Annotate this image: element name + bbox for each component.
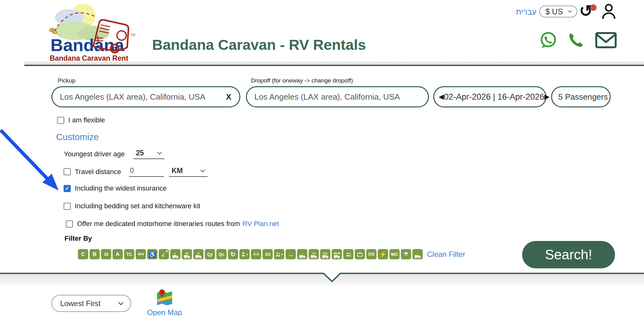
search-button[interactable]: Search! xyxy=(522,241,615,268)
driver-age-value: 25 xyxy=(136,149,144,157)
seats-2-plus-2-icon[interactable]: 2+2 xyxy=(251,249,261,259)
header-divider xyxy=(24,61,644,66)
rv-size-medium-icon[interactable]: M xyxy=(182,249,192,259)
currency-select[interactable]: $ US xyxy=(539,6,577,17)
page: Bandana TM Bandana Caravan Rent Bandana … xyxy=(0,0,644,316)
date-range-value: 02-Apr-2026 | 16-Apr-2026 xyxy=(444,92,544,102)
whatsapp-icon xyxy=(539,31,557,49)
travel-distance-checkbox[interactable]: ✓ xyxy=(64,168,71,175)
contact-icons xyxy=(539,31,620,50)
bunk-bed-icon[interactable] xyxy=(366,249,377,259)
bedding-row: ✓ Including bedding set and kitchenware … xyxy=(64,202,200,210)
chevron-down-icon xyxy=(118,302,124,305)
account-button[interactable] xyxy=(601,3,617,19)
insurance-checkbox[interactable]: ✓ xyxy=(64,185,71,192)
flexible-label: I am flexible xyxy=(68,116,105,124)
rv-size-small-icon[interactable]: S xyxy=(193,249,204,259)
chevron-down-icon xyxy=(157,152,162,155)
passengers-select[interactable]: 5 Passengers xyxy=(551,86,611,107)
bedding-checkbox[interactable]: ✓ xyxy=(64,203,71,210)
tv-icon[interactable] xyxy=(355,249,365,259)
dropoff-label: Dropoff (for oneway -> change dropoff) xyxy=(251,77,353,84)
quality-c-icon[interactable]: Qc xyxy=(216,249,227,259)
rotate-icon[interactable]: ↻ xyxy=(228,249,238,259)
truck-camper-icon[interactable]: TC xyxy=(124,249,134,259)
dropoff-value: Los Angeles (LAX area), California, USA xyxy=(254,92,400,102)
quality-y-icon[interactable]: Qy xyxy=(205,249,215,259)
two-travelers-icon[interactable] xyxy=(343,249,353,259)
distance-unit-value: KM xyxy=(171,167,183,175)
filter-by-label: Filter By xyxy=(65,234,92,243)
sort-value: Lowest First xyxy=(60,299,100,308)
rv-size-large-icon[interactable]: L xyxy=(170,249,180,259)
customize-link[interactable]: Customize xyxy=(56,132,99,142)
class-b-icon[interactable]: B xyxy=(89,249,100,259)
driver-age-label: Youngest driver age xyxy=(64,150,125,158)
class-a-icon[interactable]: A xyxy=(113,249,123,259)
whatsapp-button[interactable] xyxy=(539,31,557,50)
travel-distance-input[interactable]: 0 xyxy=(129,167,164,177)
times-3-icon[interactable]: X3 xyxy=(262,249,273,259)
clean-filter-link[interactable]: Clean Filter xyxy=(427,250,465,259)
wc-icon[interactable]: WC xyxy=(389,249,400,259)
insurance-label: Including the widest insurance xyxy=(75,184,167,192)
rv-pickup-icon[interactable]: ↓ xyxy=(412,249,423,259)
dropoff-input[interactable]: Los Angeles (LAX area), California, USA xyxy=(246,86,429,107)
history-icon: ↺ xyxy=(579,2,593,20)
chevron-down-icon xyxy=(568,10,572,13)
date-next-icon[interactable]: ▶ xyxy=(544,93,550,100)
notification-dot xyxy=(590,4,597,11)
sort-select[interactable]: Lowest First xyxy=(51,295,131,312)
distance-unit-select[interactable]: KM xyxy=(169,167,208,177)
driver-plus-icon[interactable]: + xyxy=(239,249,250,259)
currency-value: $ US xyxy=(545,7,563,16)
power-icon[interactable]: ⚡ xyxy=(378,249,388,259)
family-plus-icon[interactable]: + xyxy=(274,249,284,259)
page-title: Bandana Caravan - RV Rentals xyxy=(152,36,366,53)
chevron-down-icon xyxy=(200,169,205,172)
logo-illustration: Bandana TM xyxy=(43,1,135,54)
wheelchair-accessible-icon[interactable]: ♿ xyxy=(147,249,157,259)
insurance-row: ✓ Including the widest insurance xyxy=(64,184,167,192)
clear-pickup-icon[interactable]: X xyxy=(226,92,231,102)
bedding-label: Including bedding set and kitchenware ki… xyxy=(75,202,200,210)
open-map-label: Open Map xyxy=(147,308,182,316)
language-link[interactable]: עברית xyxy=(516,7,536,17)
driver-age-select[interactable]: 25 xyxy=(133,149,165,159)
pickup-value: Los Angeles (LAX area), California, USA xyxy=(60,92,205,102)
open-map-button[interactable]: Open Map xyxy=(144,289,185,316)
history-button[interactable]: ↺ xyxy=(579,2,596,20)
itineraries-checkbox[interactable]: ✓ xyxy=(66,220,73,228)
semi-integrated-icon[interactable]: SI xyxy=(101,249,111,259)
class-c-icon[interactable]: C xyxy=(78,249,88,259)
user-icon xyxy=(601,3,617,19)
four-by-four-icon[interactable]: 4X4 xyxy=(136,249,146,259)
map-icon xyxy=(156,289,173,307)
date-prev-icon[interactable]: ◀ xyxy=(439,93,444,100)
berths-plus-4-icon[interactable]: +4 xyxy=(309,249,319,259)
site-logo[interactable]: Bandana TM Bandana Caravan Rent xyxy=(43,1,135,64)
email-button[interactable] xyxy=(595,31,617,50)
pickup-input[interactable]: Los Angeles (LAX area), California, USA … xyxy=(51,86,240,107)
rv-plan-link[interactable]: RV Plan.net xyxy=(243,220,279,228)
new-vehicle-icon[interactable]: NEW xyxy=(332,249,342,259)
logo-tm: TM xyxy=(130,33,135,37)
itineraries-row: ✓ Offer me dedicated motorhome itinerari… xyxy=(66,220,279,228)
itineraries-label: Offer me dedicated motorhome itineraries… xyxy=(77,220,240,228)
filter-icon-row: CBSIATC4X4♿ALMSQyQc↻+2+2X3+↔→+40-3NEW⚡WC… xyxy=(78,249,423,259)
bed-width-icon[interactable]: ↔ xyxy=(286,249,296,259)
travel-distance-row: ✓ Travel distance 0 KM xyxy=(64,167,208,177)
check-icon: ✓ xyxy=(65,186,69,191)
flexible-row: ✓ I am flexible xyxy=(57,116,105,124)
travel-distance-label: Travel distance xyxy=(75,168,121,176)
flexible-checkbox[interactable]: ✓ xyxy=(57,117,64,124)
ages-0-3-icon[interactable]: 0-3 xyxy=(320,249,330,259)
shower-icon[interactable] xyxy=(401,249,411,259)
phone-button[interactable] xyxy=(567,31,585,50)
passengers-value: 5 Passengers xyxy=(558,92,608,102)
one-way-icon[interactable]: → xyxy=(297,249,307,259)
driver-age-row: Youngest driver age 25 xyxy=(64,149,165,159)
date-range-picker[interactable]: ◀ 02-Apr-2026 | 16-Apr-2026 ▶ xyxy=(433,86,546,107)
filter-bar: CBSIATC4X4♿ALMSQyQc↻+2+2X3+↔→+40-3NEW⚡WC… xyxy=(78,249,465,259)
automatic-transmission-icon[interactable]: A xyxy=(159,249,169,259)
